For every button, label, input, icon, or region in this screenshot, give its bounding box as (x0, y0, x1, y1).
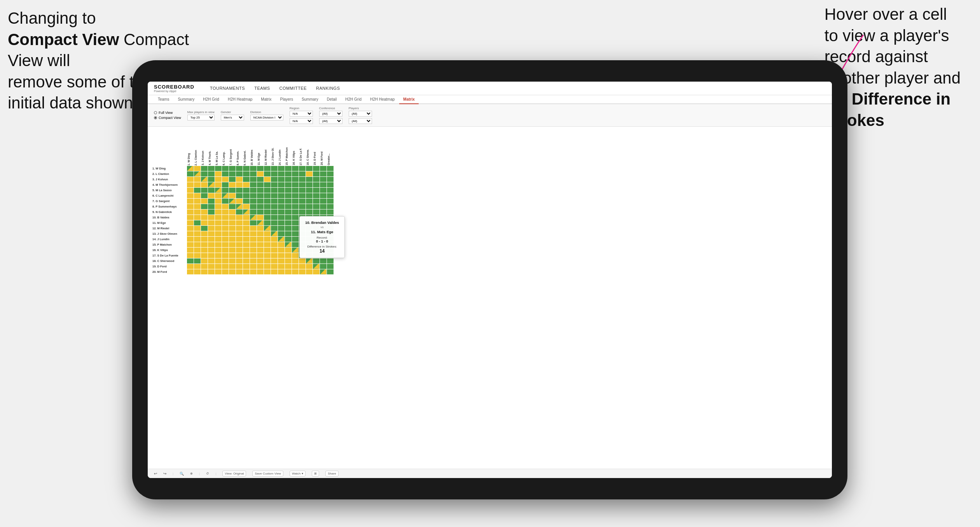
cell-12-3[interactable] (208, 231, 215, 236)
cell-1-14[interactable] (285, 171, 292, 176)
cell-9-4[interactable] (215, 215, 222, 220)
cell-14-4[interactable] (215, 242, 222, 247)
cell-19-18[interactable] (313, 269, 320, 274)
cell-16-4[interactable] (215, 253, 222, 258)
cell-6-14[interactable] (285, 198, 292, 204)
cell-0-15[interactable] (292, 166, 299, 171)
cell-10-1[interactable] (194, 220, 201, 225)
cell-4-3[interactable] (208, 187, 215, 193)
cell-3-7[interactable] (236, 182, 243, 187)
cell-9-14[interactable] (285, 215, 292, 220)
tab-matrix1[interactable]: Matrix (257, 95, 275, 104)
cell-19-11[interactable] (264, 269, 271, 274)
cell-10-14[interactable] (285, 220, 292, 225)
cell-16-11[interactable] (264, 253, 271, 258)
cell-19-5[interactable] (222, 269, 229, 274)
cell-2-3[interactable] (208, 176, 215, 182)
cell-0-7[interactable] (236, 166, 243, 171)
cell-1-1[interactable] (194, 171, 201, 176)
cell-13-4[interactable] (215, 236, 222, 242)
cell-6-2[interactable] (201, 198, 208, 204)
cell-9-10[interactable] (257, 215, 264, 220)
cell-8-1[interactable] (194, 209, 201, 215)
cell-17-17[interactable] (306, 258, 313, 264)
cell-13-12[interactable] (271, 236, 278, 242)
cell-10-4[interactable] (215, 220, 222, 225)
cell-0-1[interactable] (194, 166, 201, 171)
cell-4-8[interactable] (243, 187, 250, 193)
cell-1-17[interactable] (306, 171, 313, 176)
cell-13-11[interactable] (264, 236, 271, 242)
cell-4-9[interactable] (250, 187, 257, 193)
cell-1-18[interactable] (313, 171, 320, 176)
cell-3-16[interactable] (299, 182, 306, 187)
cell-3-0[interactable] (187, 182, 194, 187)
cell-5-12[interactable] (271, 193, 278, 198)
cell-17-1[interactable] (194, 258, 201, 264)
cell-5-18[interactable] (313, 193, 320, 198)
cell-9-5[interactable] (222, 215, 229, 220)
cell-15-5[interactable] (222, 247, 229, 253)
cell-19-17[interactable] (306, 269, 313, 274)
cell-9-3[interactable] (208, 215, 215, 220)
cell-12-15[interactable] (292, 231, 299, 236)
cell-14-11[interactable] (264, 242, 271, 247)
cell-11-12[interactable] (271, 225, 278, 231)
cell-8-2[interactable] (201, 209, 208, 215)
cell-16-15[interactable] (292, 253, 299, 258)
cell-11-1[interactable] (194, 225, 201, 231)
cell-4-17[interactable] (306, 187, 313, 193)
cell-1-7[interactable] (236, 171, 243, 176)
cell-19-3[interactable] (208, 269, 215, 274)
cell-5-6[interactable] (229, 193, 236, 198)
compact-view-option[interactable]: Compact View (154, 116, 181, 120)
cell-14-6[interactable] (229, 242, 236, 247)
cell-10-6[interactable] (229, 220, 236, 225)
cell-19-0[interactable] (187, 269, 194, 274)
cell-8-5[interactable] (222, 209, 229, 215)
cell-18-12[interactable] (271, 264, 278, 269)
cell-7-12[interactable] (271, 204, 278, 209)
cell-14-12[interactable] (271, 242, 278, 247)
cell-2-11[interactable] (264, 176, 271, 182)
cell-6-15[interactable] (292, 198, 299, 204)
cell-12-9[interactable] (250, 231, 257, 236)
cell-6-9[interactable] (250, 198, 257, 204)
cell-14-2[interactable] (201, 242, 208, 247)
cell-18-4[interactable] (215, 264, 222, 269)
cell-19-2[interactable] (201, 269, 208, 274)
cell-12-7[interactable] (236, 231, 243, 236)
cell-19-7[interactable] (236, 269, 243, 274)
cell-1-6[interactable] (229, 171, 236, 176)
cell-17-14[interactable] (285, 258, 292, 264)
cell-2-6[interactable] (229, 176, 236, 182)
cell-5-9[interactable] (250, 193, 257, 198)
cell-11-11[interactable] (264, 225, 271, 231)
cell-5-1[interactable] (194, 193, 201, 198)
cell-6-16[interactable] (299, 198, 306, 204)
cell-18-0[interactable] (187, 264, 194, 269)
tab-detail[interactable]: Detail (323, 95, 341, 104)
cell-2-9[interactable] (250, 176, 257, 182)
share-btn[interactable]: Share (325, 471, 338, 476)
cell-19-10[interactable] (257, 269, 264, 274)
cell-3-15[interactable] (292, 182, 299, 187)
cell-2-8[interactable] (243, 176, 250, 182)
cell-9-0[interactable] (187, 215, 194, 220)
cell-7-19[interactable] (320, 204, 327, 209)
cell-9-1[interactable] (194, 215, 201, 220)
cell-0-0[interactable] (187, 166, 194, 171)
cell-12-0[interactable] (187, 231, 194, 236)
cell-6-13[interactable] (278, 198, 285, 204)
cell-13-15[interactable] (292, 236, 299, 242)
cell-15-0[interactable] (187, 247, 194, 253)
cell-12-13[interactable] (278, 231, 285, 236)
cell-5-3[interactable] (208, 193, 215, 198)
cell-10-15[interactable] (292, 220, 299, 225)
cell-18-17[interactable] (306, 264, 313, 269)
cell-2-17[interactable] (306, 176, 313, 182)
cell-4-11[interactable] (264, 187, 271, 193)
max-players-select[interactable]: Top 25 (187, 115, 215, 120)
cell-5-14[interactable] (285, 193, 292, 198)
cell-12-8[interactable] (243, 231, 250, 236)
